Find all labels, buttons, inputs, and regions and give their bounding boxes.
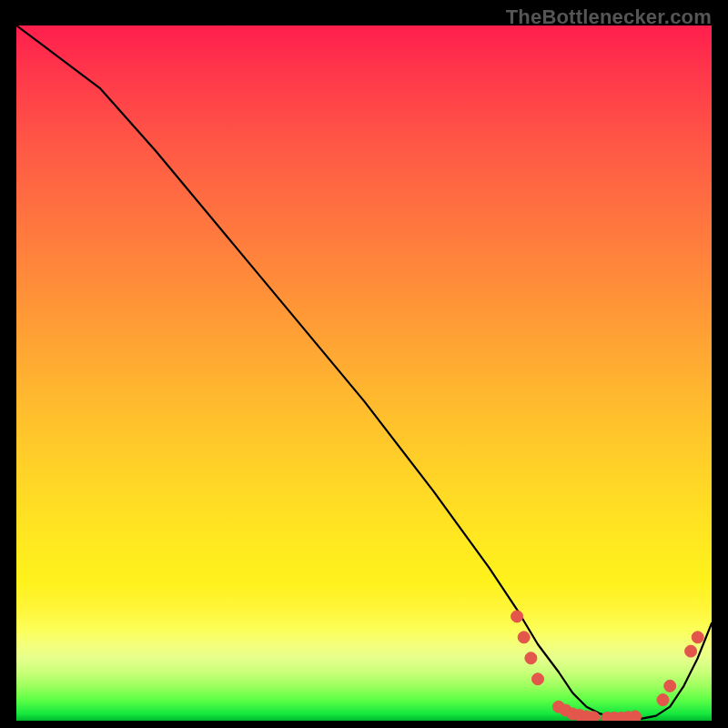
chart-stage: TheBottlenecker.com: [0, 0, 728, 728]
marker-dot: [685, 645, 697, 657]
plot-overlay: [16, 25, 712, 721]
marker-dot: [657, 694, 669, 706]
marker-dot: [692, 632, 703, 643]
marker-dot: [602, 712, 613, 721]
marker-dot: [588, 712, 600, 721]
marker-dot: [615, 712, 627, 721]
marker-dots: [511, 611, 704, 721]
marker-dot: [622, 712, 634, 721]
marker-dot: [560, 704, 571, 716]
marker-dot: [630, 711, 642, 721]
bottleneck-curve: [16, 25, 712, 719]
marker-dot: [532, 673, 544, 685]
marker-dot: [525, 652, 537, 664]
marker-dot: [567, 708, 579, 720]
gradient-plot-area: [16, 25, 712, 721]
marker-dot: [552, 701, 564, 713]
marker-dot: [518, 632, 530, 643]
marker-dot: [664, 680, 676, 692]
marker-dot: [573, 709, 585, 721]
marker-dot: [581, 711, 592, 721]
marker-dot: [511, 611, 523, 622]
marker-dot: [609, 712, 621, 721]
